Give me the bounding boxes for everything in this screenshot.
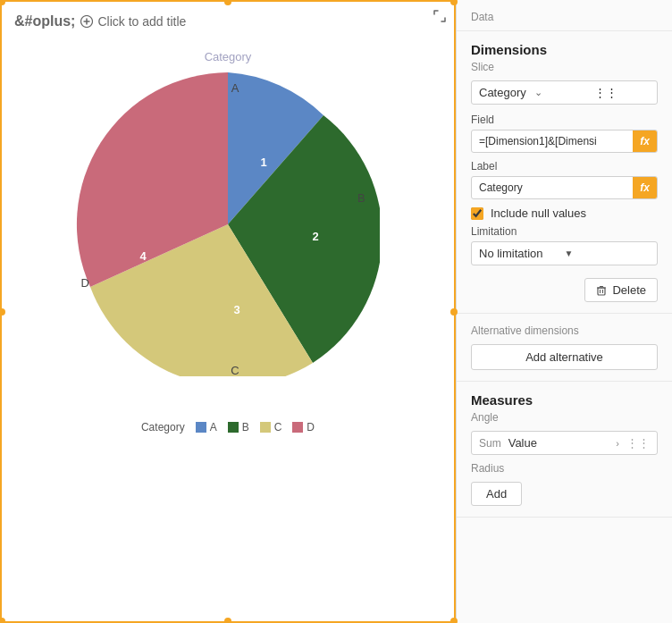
category-dropdown-label: Category — [479, 86, 534, 99]
include-null-label: Include null values — [491, 206, 586, 220]
slice-number-3: 3 — [233, 303, 239, 316]
pie-chart-container: A B C D 1 2 3 4 — [58, 72, 398, 412]
measures-section: Measures Angle Sum Value › ⋮⋮ Radius Add — [457, 382, 672, 518]
chevron-down-icon: ⌄ — [534, 87, 590, 98]
value-label: Value — [508, 436, 617, 450]
angle-label: Angle — [471, 411, 658, 424]
slice-number-1: 1 — [260, 156, 266, 169]
legend-label-a: A — [210, 421, 217, 434]
slice-label-b: B — [357, 191, 365, 205]
legend-title: Category — [141, 421, 185, 434]
chart-panel: &#oplus; Click to add title Category — [0, 0, 456, 623]
chart-content: Category A B C D 1 2 3 4 — [2, 41, 454, 621]
add-circle-icon — [80, 15, 93, 28]
slice-subtitle: Slice — [471, 61, 658, 73]
legend-item-a: A — [196, 421, 217, 434]
add-radius-label: Add — [486, 487, 507, 501]
slice-number-4: 4 — [139, 249, 147, 263]
legend-item-d: D — [292, 421, 315, 434]
legend-swatch-d — [292, 422, 303, 433]
legend-item-b: B — [228, 421, 249, 434]
limitation-chevron-icon: ▼ — [565, 248, 651, 258]
chart-title-bar: &#oplus; Click to add title — [2, 2, 454, 41]
legend-swatch-c — [260, 422, 271, 433]
label-label: Label — [471, 160, 658, 173]
resize-handle-bm[interactable] — [224, 618, 231, 623]
chart-legend: Category A B C D — [123, 412, 332, 442]
add-alternative-button[interactable]: Add alternative — [471, 344, 658, 370]
panel-header: Data — [457, 0, 672, 31]
field-input-row: fx — [471, 130, 658, 153]
delete-button[interactable]: Delete — [584, 278, 658, 302]
field-fx-button[interactable]: fx — [633, 130, 657, 152]
chart-subtitle: Category — [205, 50, 252, 63]
dimensions-section: Dimensions Slice Category ⌄ ⋮⋮ Field fx … — [457, 31, 672, 314]
measure-value-row[interactable]: Sum Value › ⋮⋮ — [471, 431, 658, 455]
slice-label-a: A — [231, 81, 239, 95]
field-label: Field — [471, 114, 658, 126]
dimensions-title: Dimensions — [471, 42, 658, 57]
limitation-dropdown[interactable]: No limitation ▼ — [471, 241, 658, 265]
drag-icon[interactable]: ⋮⋮ — [594, 86, 650, 99]
measure-drag-icon[interactable]: ⋮⋮ — [626, 436, 650, 450]
slice-label-c: C — [231, 364, 239, 376]
chevron-right-icon: › — [616, 438, 619, 449]
expand-icon[interactable] — [433, 9, 447, 26]
resize-handle-br[interactable] — [450, 618, 458, 623]
add-title-button[interactable]: &#oplus; Click to add title — [11, 10, 189, 33]
limitation-value: No limitation — [479, 247, 565, 260]
limitation-label: Limitation — [471, 225, 658, 238]
label-fx-button[interactable]: fx — [633, 177, 657, 198]
label-input[interactable] — [472, 177, 633, 198]
resize-handle-mr[interactable] — [450, 308, 458, 316]
field-input[interactable] — [472, 130, 633, 152]
legend-item-c: C — [260, 421, 282, 434]
legend-label-c: C — [274, 421, 282, 434]
right-panel: Data Dimensions Slice Category ⌄ ⋮⋮ Fiel… — [456, 0, 672, 623]
trash-icon — [596, 285, 607, 296]
pie-chart-svg: A B C D 1 2 3 4 — [76, 72, 380, 376]
add-alternative-label: Add alternative — [525, 350, 603, 364]
include-null-checkbox[interactable] — [471, 207, 483, 220]
include-null-row: Include null values — [471, 206, 658, 220]
resize-handle-bl[interactable] — [0, 618, 5, 623]
sum-label: Sum — [479, 437, 501, 450]
panel-header-label: Data — [471, 11, 493, 23]
category-dropdown[interactable]: Category ⌄ ⋮⋮ — [471, 80, 658, 105]
slice-number-2: 2 — [312, 230, 318, 243]
alt-dimensions-label: Alternative dimensions — [471, 324, 658, 337]
legend-swatch-a — [196, 422, 206, 433]
add-radius-button[interactable]: Add — [471, 482, 522, 506]
legend-swatch-b — [228, 422, 239, 433]
clearfix: Delete — [471, 274, 658, 302]
radius-label: Radius — [471, 462, 658, 475]
legend-label-d: D — [307, 421, 315, 434]
measures-title: Measures — [471, 392, 658, 408]
slice-label-d: D — [81, 276, 89, 290]
add-title-label: Click to add title — [97, 14, 186, 29]
plus-icon: &#oplus; — [14, 13, 75, 29]
legend-label-b: B — [242, 421, 249, 434]
delete-label: Delete — [612, 283, 646, 297]
svg-rect-3 — [598, 288, 605, 295]
label-input-row: fx — [471, 176, 658, 199]
alt-dimensions-section: Alternative dimensions Add alternative — [457, 314, 672, 382]
